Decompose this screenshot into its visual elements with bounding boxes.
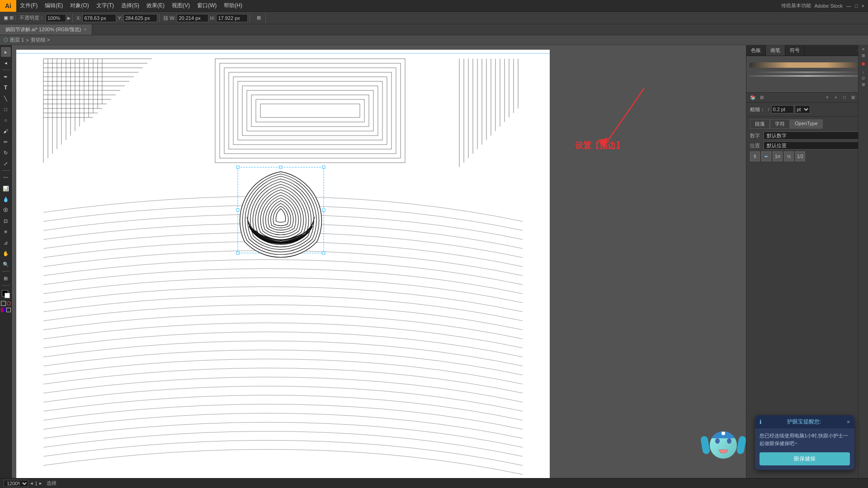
brush-extra-btn[interactable]: □ [841,94,848,101]
mascot-eye-right [727,438,731,444]
window-maximize[interactable]: □ [855,3,858,9]
menu-text[interactable]: 文字(T) [93,0,118,11]
line-tool[interactable]: ╲ [1,94,11,103]
warp-tool[interactable]: 〰 [1,173,11,183]
toolbar-transform-group: ▣ ⊞ [2,15,16,21]
menu-edit[interactable]: 编辑(E) [41,0,66,11]
menu-help[interactable]: 帮助(H) [220,0,246,11]
pen-tool[interactable]: ✒ [1,72,11,82]
brush-lib-btn[interactable]: 📚 [749,94,756,101]
menu-effect[interactable]: 效果(E) [143,0,168,11]
menu-view[interactable]: 视图(V) [168,0,193,11]
stroke-weight-up-icon: ↑ [768,107,770,112]
h-input[interactable] [216,14,248,22]
page-nav-prev[interactable]: ◂ [30,480,33,486]
breadcrumb-layer[interactable]: 图层 1 [10,37,24,43]
pencil-tool[interactable]: ✏ [1,137,11,147]
opacity-input[interactable] [46,14,66,22]
breadcrumb-group[interactable]: 剪切组 > [31,37,50,43]
stroke-unit-select[interactable]: pt px [795,105,810,113]
fill-icon[interactable] [1,301,6,306]
zoom-select[interactable]: 1200% 100% 200% 400% [4,480,28,487]
selection-tool[interactable]: ▸ [1,47,11,57]
menu-select[interactable]: 选择(S) [118,0,143,11]
align-btn[interactable]: ⊞ [254,13,264,23]
crop-tool[interactable]: ⊡ [1,216,11,226]
symbol-spray-tool[interactable]: ✳ [1,227,11,237]
brush-options-btn[interactable]: ⊞ [758,94,765,101]
menu-file[interactable]: 文件(F) [16,0,41,11]
eyedropper-tool[interactable]: 💧 [1,194,11,204]
delete-brush-btn[interactable]: + [832,94,840,101]
svg-rect-38 [260,104,360,117]
page-number: 1 [35,481,38,486]
tab-character[interactable]: 字符 [770,119,790,129]
canvas-area[interactable]: 设置【描边】 [12,45,746,488]
strip-btn-2[interactable]: ⊞ [862,53,865,58]
strip-btn-5[interactable]: ⊞ [862,82,865,87]
tab-brush[interactable]: 画笔 [766,45,785,56]
document-tab[interactable]: 躺阳节讲解.ai* 1200% (RGB/预览) × [0,24,92,35]
zoom-tool[interactable]: 🔍 [1,259,11,269]
color-mode-btn[interactable] [1,308,5,312]
tab-close-btn[interactable]: × [84,27,86,32]
strip-btn-3[interactable]: ↓ [862,70,864,74]
mascot-hat-ornament [722,432,725,435]
scale-tool[interactable]: ⤢ [1,159,11,169]
ot-super-btn[interactable]: 1st [773,151,783,161]
menu-window[interactable]: 窗口(W) [193,0,220,11]
menu-object[interactable]: 对象(O) [66,0,92,11]
slice-tool[interactable]: ⊿ [1,238,11,248]
tab-paragraph[interactable]: 段落 [750,119,770,129]
x-input[interactable] [82,14,116,22]
hand-tool[interactable]: ✋ [1,249,11,258]
rect-tool[interactable]: □ [1,104,11,114]
window-close[interactable]: × [862,3,864,9]
none-icon[interactable] [7,301,11,305]
brush-tool[interactable]: 🖌 [1,126,11,136]
ot-pen-btn[interactable]: ✒ [761,151,771,161]
page-nav-next[interactable]: ▸ [39,480,42,486]
new-brush-btn[interactable]: × [824,94,831,101]
y-input[interactable] [123,14,157,22]
opacity-arrow[interactable]: ▶ [67,16,71,20]
notif-action-btn[interactable]: 眼保健操 [760,452,850,465]
menu-right: 传统基本功能 Adobe Stock — □ × [781,2,868,9]
notif-close-btn[interactable]: × [847,419,850,425]
ai-logo: Ai [0,0,16,12]
artboard-tool[interactable]: ⊞ [1,273,11,283]
gradient-btn[interactable] [6,308,11,312]
rotate-tool[interactable]: ↻ [1,148,11,158]
tab-color-swatch[interactable]: 色板 [746,45,766,56]
background-color[interactable] [5,293,10,298]
strip-btn-4[interactable]: ⊙ [862,76,865,80]
stroke-preview-light [749,75,865,77]
color-boxes[interactable] [1,288,11,299]
brush-grid-btn[interactable]: ⊞ [849,94,857,101]
tab-opentype[interactable]: OpenType [790,119,823,129]
ot-half-btn[interactable]: ½ [784,151,794,161]
blend-tool[interactable]: ⦿ [1,205,11,215]
w-input[interactable] [177,14,208,22]
strip-btn-red[interactable]: ● [861,60,866,68]
canvas [16,50,550,479]
ot-number-select[interactable]: 默认数字 [764,131,864,140]
svg-rect-61 [322,252,325,254]
ot-position-select[interactable]: 默认位置 [764,141,864,150]
svg-rect-59 [236,252,239,254]
graph-tool[interactable]: 📊 [1,183,11,193]
ot-fi-btn[interactable]: fi [750,151,760,161]
select-tool-icon[interactable]: ▣ [4,15,8,21]
strip-btn-1[interactable]: ≡ [862,47,864,52]
ellipse-tool[interactable]: ○ [1,115,11,125]
stroke-weight-input[interactable] [771,105,794,113]
window-minimize[interactable]: — [846,3,851,9]
notif-icon: ℹ [760,419,762,425]
svg-marker-64 [598,138,608,147]
tab-symbol[interactable]: 符号 [785,45,805,56]
transform-icon[interactable]: ⊞ [9,15,14,21]
menu-items: 文件(F) 编辑(E) 对象(O) 文字(T) 选择(S) 效果(E) 视图(V… [16,0,246,11]
text-tool[interactable]: T [1,83,11,93]
direct-selection-tool[interactable]: ◂ [1,58,11,68]
ot-ordinal-btn[interactable]: 1/2 [795,151,805,161]
